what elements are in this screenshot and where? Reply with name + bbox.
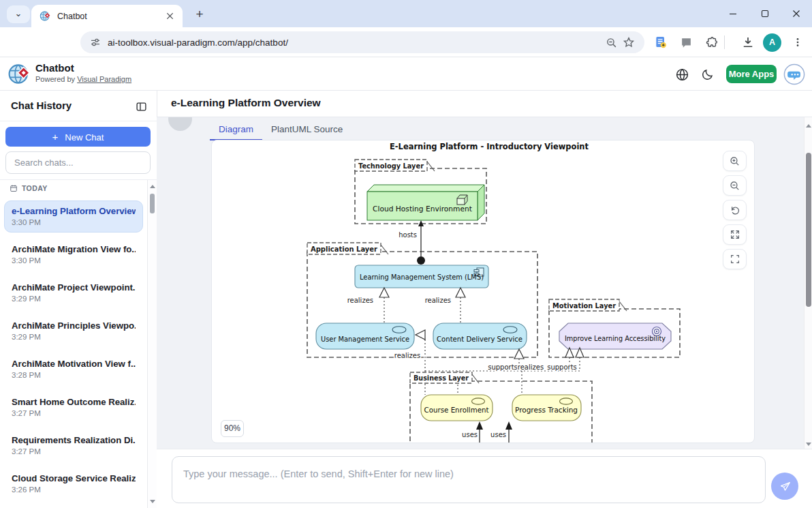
reading-mode-extension-icon[interactable] [651, 33, 670, 52]
divider [0, 121, 157, 121]
course-enrollment-label: Course Enrollment [424, 406, 490, 415]
chat-item-project-viewpoint[interactable]: ArchiMate Project Viewpoint...3:29 PM [4, 277, 143, 309]
app-header: Chatbot Powered by Visual Paradigm More … [0, 57, 812, 91]
scroll-down-icon[interactable] [806, 443, 811, 446]
chat-title: e-Learning Platform Overview [12, 206, 136, 216]
diagram-tabs: Diagram PlantUML Source [210, 121, 352, 140]
chat-content-area: Diagram PlantUML Source [157, 117, 812, 449]
sidebar-scrollbar[interactable] [147, 180, 157, 508]
tab-close-icon[interactable] [163, 10, 176, 23]
page-title: e-Learning Platform Overview [171, 97, 321, 109]
page-scrollbar[interactable] [804, 117, 812, 449]
tab-plantuml-source[interactable]: PlantUML Source [262, 121, 352, 140]
chat-item-smart-home[interactable]: Smart Home Outcome Realiz...3:27 PM [4, 391, 143, 423]
zoom-in-button[interactable] [723, 151, 747, 171]
chat-item-cloud-storage[interactable]: Cloud Storage Service Realiz...3:26 PM [4, 468, 143, 500]
zoom-indicator-icon[interactable] [602, 33, 620, 51]
new-tab-button[interactable]: + [191, 6, 208, 24]
business-layer-label: Business Layer [413, 374, 469, 383]
scroll-up-icon[interactable] [806, 124, 811, 128]
reset-view-button[interactable] [723, 200, 747, 220]
realization-triangle [379, 288, 389, 297]
language-globe-icon[interactable] [673, 65, 691, 83]
zoom-out-button[interactable] [723, 175, 747, 196]
support-triangle [514, 349, 524, 359]
zoom-level-badge: 90% [221, 420, 244, 437]
visual-paradigm-link[interactable]: Visual Paradigm [77, 75, 131, 83]
chat-widget-icon[interactable] [783, 63, 805, 85]
visual-paradigm-favicon [40, 10, 51, 22]
collapse-sidebar-icon[interactable] [134, 99, 149, 114]
chat-title: ArchiMate Motivation View f... [12, 359, 136, 369]
chat-time: 3:30 PM [12, 218, 136, 226]
realizes-label: realizes [425, 297, 451, 304]
chat-item-elearning[interactable]: e-Learning Platform Overview3:30 PM [4, 200, 143, 233]
address-bar[interactable]: ai-toolbox.visual-paradigm.com/app/chatb… [80, 31, 644, 53]
search-chats-input[interactable] [5, 151, 151, 174]
more-apps-button[interactable]: More Apps [726, 65, 777, 83]
sidebar-scrollbar-thumb[interactable] [150, 194, 155, 213]
chat-title: Smart Home Outcome Realiz... [12, 397, 136, 407]
site-settings-icon[interactable] [90, 37, 101, 48]
message-input[interactable] [172, 456, 766, 503]
chat-time: 3:28 PM [12, 371, 136, 379]
hosts-label: hosts [399, 231, 417, 239]
window-minimize-button[interactable] [723, 6, 743, 21]
chat-list: e-Learning Platform Overview3:30 PM Arch… [0, 180, 147, 508]
send-button[interactable] [771, 473, 798, 500]
downloads-icon[interactable] [738, 33, 758, 52]
new-chat-button[interactable]: +New Chat [5, 127, 151, 147]
chat-time: 3:30 PM [12, 256, 136, 265]
goal-label: Improve Learning Accessibility [565, 334, 666, 343]
chat-item-motivation[interactable]: ArchiMate Motivation View f...3:28 PM [4, 353, 143, 385]
chat-item-requirements[interactable]: Requirements Realization Di...3:27 PM [4, 430, 143, 462]
browser-tab-strip: ⌄ Chatbot + [0, 0, 812, 27]
bookmark-star-icon[interactable] [620, 33, 638, 51]
window-maximize-button[interactable] [755, 6, 775, 21]
fullscreen-button[interactable] [723, 249, 747, 269]
uses-label: uses [490, 431, 506, 438]
realization-triangle-left [416, 330, 425, 340]
url-text[interactable]: ai-toolbox.visual-paradigm.com/app/chatb… [108, 38, 602, 48]
assistant-avatar [168, 117, 192, 131]
application-layer-label: Application Layer [311, 245, 378, 254]
cds-label: Content Delivery Service [437, 335, 522, 344]
powered-by-text: Powered by [35, 75, 77, 83]
supports-label: supports [547, 363, 577, 371]
powered-by: Powered by Visual Paradigm [35, 75, 131, 83]
toolbar-divider [724, 35, 725, 49]
tab-search-button[interactable]: ⌄ [7, 5, 30, 23]
message-composer [157, 449, 812, 508]
chevron-down-icon: ⌄ [15, 8, 22, 18]
chat-history-sidebar: Chat History +New Chat TODAY e-Learning … [0, 91, 157, 508]
chat-title: ArchiMate Principles Viewpo... [12, 320, 136, 331]
diagram-card: E-Learning Platform - Introductory Viewp… [211, 140, 755, 443]
page-scrollbar-thumb[interactable] [806, 153, 811, 307]
dark-mode-moon-icon[interactable] [698, 65, 716, 83]
chat-item-migration[interactable]: ArchiMate Migration View fo...3:30 PM [4, 239, 143, 271]
technology-layer-label: Technology Layer [358, 162, 424, 170]
realizes-label: realizes [347, 297, 373, 304]
chat-item-principles[interactable]: ArchiMate Principles Viewpo...3:29 PM [4, 315, 143, 347]
plus-icon: + [52, 131, 59, 143]
realizes-label: realizes [394, 352, 420, 359]
uses-arrowhead-progress [505, 421, 512, 430]
profile-avatar[interactable]: A [763, 33, 781, 52]
cloud-hosting-label: Cloud Hosting Environment [373, 205, 473, 213]
scroll-up-icon[interactable] [150, 185, 155, 188]
tab-diagram[interactable]: Diagram [210, 121, 262, 140]
uses-arrowhead-course [476, 421, 483, 430]
extensions-puzzle-icon[interactable] [702, 33, 721, 52]
conversation-title-bar: e-Learning Platform Overview [157, 91, 812, 117]
browser-tab[interactable]: Chatbot [31, 5, 183, 27]
uses-label: uses [462, 431, 478, 438]
sidebar-title: Chat History [11, 100, 72, 111]
chat-title: ArchiMate Project Viewpoint... [12, 282, 136, 293]
tab-title: Chatbot [57, 12, 163, 21]
browser-menu-kebab-icon[interactable] [788, 33, 807, 52]
scroll-down-icon[interactable] [150, 500, 155, 503]
new-chat-label: New Chat [65, 132, 104, 143]
expand-button[interactable] [723, 224, 747, 245]
window-close-button[interactable] [786, 6, 807, 21]
comment-extension-icon[interactable] [676, 33, 696, 52]
